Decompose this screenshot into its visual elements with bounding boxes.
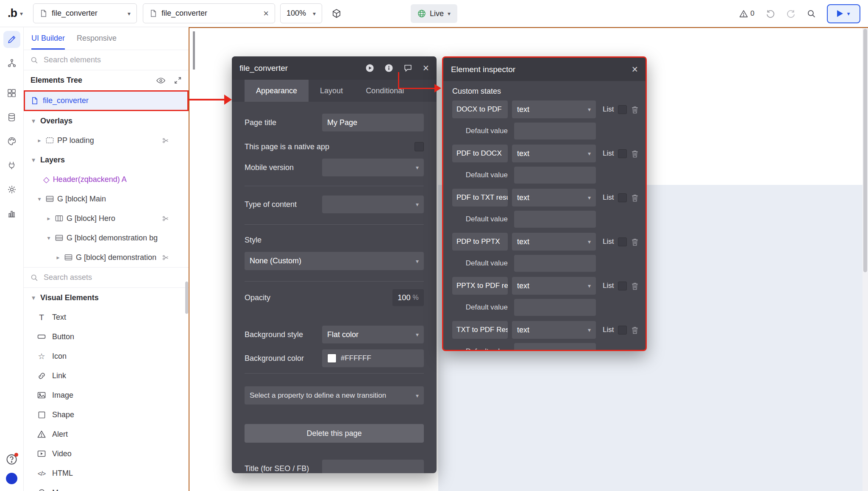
search-icon[interactable] (807, 9, 816, 18)
state-type-select[interactable]: text▾ (512, 277, 596, 295)
info-icon[interactable] (384, 64, 393, 73)
palette-item-map[interactable]: Map (24, 483, 189, 491)
trash-icon[interactable] (631, 282, 639, 290)
list-checkbox[interactable] (618, 282, 627, 290)
rail-data-tab[interactable] (3, 109, 20, 126)
tree-item-header-reusable[interactable]: ◇ Header(zqbackend) A (24, 170, 189, 189)
list-checkbox[interactable] (618, 149, 627, 158)
list-checkbox[interactable] (618, 326, 627, 335)
tab-layout[interactable]: Layout (309, 80, 354, 102)
tree-section-overlays[interactable]: ▾ Overlays (24, 111, 189, 131)
close-tab-icon[interactable]: × (263, 9, 269, 18)
opacity-input[interactable]: 100 % (392, 289, 424, 306)
rail-components-tab[interactable] (3, 84, 20, 101)
palette-item-shape[interactable]: Shape (24, 405, 189, 424)
section-visual-elements[interactable]: ▾ Visual Elements (24, 288, 189, 307)
default-value-input[interactable] (514, 255, 596, 272)
default-value-input[interactable] (514, 211, 596, 228)
default-value-input[interactable] (514, 299, 596, 316)
seo-title-input[interactable] (322, 460, 424, 473)
close-icon[interactable]: × (423, 63, 429, 73)
background-style-select[interactable]: Flat color ▾ (322, 326, 424, 343)
close-icon[interactable]: × (632, 64, 638, 75)
preview-run-button[interactable]: ▾ (827, 4, 860, 23)
tab-appearance[interactable]: Appearance (245, 80, 309, 102)
palette-item-image[interactable]: Image (24, 385, 189, 405)
page-selector-dropdown[interactable]: file_converter ▾ (33, 3, 137, 23)
search-assets-input[interactable] (43, 273, 182, 282)
state-type-select[interactable]: text▾ (512, 189, 596, 206)
component-library-button[interactable] (331, 8, 342, 19)
open-page-tab[interactable]: file_converter × (143, 3, 275, 23)
expand-icon[interactable] (174, 76, 182, 84)
rail-logs-tab[interactable] (3, 205, 20, 222)
state-type-select[interactable]: text▾ (512, 233, 596, 251)
user-avatar-dot[interactable] (6, 473, 17, 484)
list-checkbox[interactable] (618, 237, 627, 246)
tree-item-g-block-hero[interactable]: ▸ G [block] Hero (24, 209, 189, 228)
palette-item-link[interactable]: Link (24, 366, 189, 385)
tab-responsive[interactable]: Responsive (77, 27, 117, 50)
trash-icon[interactable] (631, 326, 639, 334)
state-name[interactable]: PDF to TXT resu (452, 189, 508, 206)
tree-item-page-file-converter[interactable]: file_converter (24, 90, 189, 111)
tree-item-g-block-demonstration-bg[interactable]: ▾ G [block] demonstration bg (24, 228, 189, 248)
delete-page-button[interactable]: Delete this page (245, 424, 424, 443)
trash-icon[interactable] (631, 194, 639, 202)
state-type-select[interactable]: text▾ (512, 145, 596, 162)
rail-workflow-tab[interactable] (3, 55, 20, 72)
issues-indicator[interactable]: 0 (739, 9, 754, 18)
state-name[interactable]: PPTX to PDF re (452, 277, 508, 295)
state-name[interactable]: DOCX to PDF (452, 100, 508, 118)
rail-settings-tab[interactable] (3, 181, 20, 198)
canvas-scrollbar[interactable] (862, 28, 868, 491)
style-select[interactable]: None (Custom) ▾ (245, 252, 424, 270)
panel-scrollbar-thumb[interactable] (185, 282, 188, 314)
tree-item-g-block-demonstration[interactable]: ▸ G [block] demonstration (24, 248, 189, 267)
design-canvas[interactable]: file_converter × Appearance Layout (189, 27, 868, 491)
tree-item-g-block-main[interactable]: ▾ G [block] Main (24, 189, 189, 209)
state-name[interactable]: PDP to PPTX (452, 233, 508, 251)
rail-plugins-tab[interactable] (3, 156, 20, 173)
tab-ui-builder[interactable]: UI Builder (31, 27, 65, 50)
rail-styles-tab[interactable] (3, 133, 20, 150)
color-swatch[interactable] (327, 354, 337, 363)
trash-icon[interactable] (631, 106, 639, 114)
zoom-dropdown[interactable]: 100% ▾ (280, 3, 322, 23)
state-name[interactable]: PDF to DOCX (452, 145, 508, 162)
trash-icon[interactable] (631, 238, 639, 246)
default-value-input[interactable] (514, 123, 596, 139)
tree-section-layers[interactable]: ▾ Layers (24, 150, 189, 170)
palette-item-html[interactable]: </> HTML (24, 463, 189, 483)
palette-item-icon[interactable]: ☆ Icon (24, 346, 189, 366)
undo-button[interactable] (765, 9, 775, 19)
type-of-content-select[interactable]: ▾ (322, 195, 424, 213)
redo-button[interactable] (786, 9, 796, 19)
mobile-version-select[interactable]: ▾ (322, 159, 424, 176)
element-inspector-titlebar[interactable]: Element inspector × (443, 58, 645, 81)
state-name[interactable]: TXT to PDF Res (452, 321, 508, 339)
state-type-select[interactable]: text▾ (512, 321, 596, 339)
canvas-scrollbar-thumb[interactable] (863, 29, 867, 272)
state-type-select[interactable]: text▾ (512, 100, 596, 118)
eye-icon[interactable] (156, 78, 165, 84)
transition-select[interactable]: Select a property to define a new transi… (245, 386, 424, 405)
list-checkbox[interactable] (618, 193, 627, 202)
run-icon[interactable] (365, 64, 374, 73)
default-value-input[interactable] (514, 167, 596, 184)
search-elements-input[interactable] (43, 55, 182, 65)
palette-item-video[interactable]: Video (24, 444, 189, 463)
native-app-checkbox[interactable] (415, 142, 424, 151)
background-color-input[interactable]: #FFFFFF (322, 349, 424, 367)
comment-icon[interactable] (403, 64, 412, 73)
default-value-input[interactable] (514, 343, 596, 351)
list-checkbox[interactable] (618, 105, 627, 114)
help-button[interactable] (6, 454, 17, 465)
tree-item-pp-loading[interactable]: ▸ PP loading (24, 131, 189, 150)
palette-item-button[interactable]: Button (24, 327, 189, 346)
live-version-dropdown[interactable]: Live ▾ (411, 4, 457, 23)
palette-item-alert[interactable]: Alert (24, 424, 189, 444)
property-editor-titlebar[interactable]: file_converter × (232, 56, 437, 80)
page-title-input[interactable] (322, 114, 424, 131)
bubble-logo-menu[interactable]: .b ▾ (8, 7, 23, 20)
